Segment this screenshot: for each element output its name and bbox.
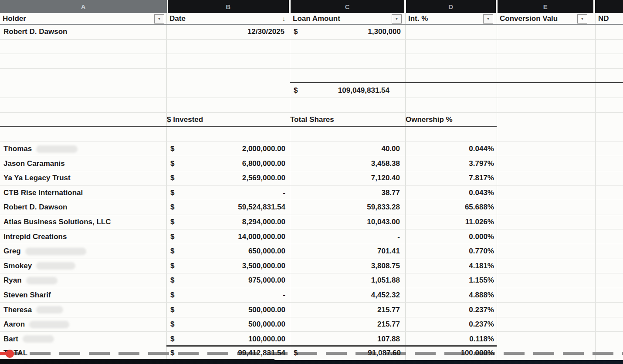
filter-dropdown-icon[interactable]: ▼ <box>392 14 402 24</box>
section-header-invested[interactable]: $ Invested <box>167 113 290 127</box>
section-header-shares[interactable]: Total Shares <box>290 113 405 127</box>
invested-cell[interactable]: $500,000.00 <box>167 317 290 332</box>
cell-top-border <box>290 82 623 83</box>
total-invested-cell[interactable]: $ 99,412,831.54 <box>167 347 290 359</box>
invested-cell[interactable]: $14,000,000.00 <box>167 229 290 244</box>
shares-cell[interactable]: 38.77 <box>290 186 405 200</box>
shares-cell[interactable]: 40.00 <box>290 142 405 156</box>
invested-cell[interactable]: $500,000.00 <box>167 303 290 317</box>
sort-descending-filter-icon[interactable]: ↓ <box>282 14 285 23</box>
header-cell-conversion-value[interactable]: Conversion Valu ▼ <box>497 13 595 24</box>
shares-cell[interactable]: 701.41 <box>290 244 405 259</box>
invested-cell[interactable]: $100,000.00 <box>167 332 290 346</box>
invested-cell[interactable]: $59,524,831.54 <box>167 200 290 215</box>
shareholder-name-cell[interactable]: Atlas Business Solutions, LLC <box>0 215 166 229</box>
column-header-a[interactable]: A <box>0 0 167 13</box>
loan-amount-cell[interactable]: $1,300,000 <box>290 25 405 39</box>
shareholder-name-cell[interactable]: Aaron <box>0 317 166 332</box>
loan-date-cell[interactable]: 12/30/2025 <box>167 25 290 39</box>
shareholder-name-cell[interactable]: Ya Ya Legacy Trust <box>0 171 166 185</box>
shares-cell[interactable]: 107.88 <box>290 332 405 346</box>
ownership-cell[interactable]: 0.770% <box>406 244 497 259</box>
shareholder-name-cell[interactable]: Intrepid Creations <box>0 229 166 244</box>
ownership-cell[interactable]: 4.181% <box>406 259 497 273</box>
shareholder-name: Intrepid Creations <box>3 233 67 241</box>
invested-cell[interactable]: $2,569,000.00 <box>167 171 290 185</box>
shares-cell[interactable]: 59,833.28 <box>290 200 405 215</box>
conversion-total-cell[interactable]: $109,049,831.54 <box>290 83 405 98</box>
shareholder-name-cell[interactable]: Ryan <box>0 273 166 288</box>
filter-dropdown-icon[interactable]: ▼ <box>154 14 164 24</box>
invested-cell[interactable]: $650,000.00 <box>167 244 290 259</box>
header-cell-nd[interactable]: ND <box>596 13 623 24</box>
total-shares-cell[interactable]: $ 91,087.60 <box>290 347 405 359</box>
holder-name-cell[interactable]: Robert D. Dawson <box>0 25 166 39</box>
shareholder-name-cell[interactable]: Greg <box>0 244 166 259</box>
ownership-value: 7.817% <box>469 174 494 182</box>
shares-cell[interactable]: 10,043.00 <box>290 215 405 229</box>
shares-cell[interactable]: 3,458.38 <box>290 156 405 171</box>
column-header-d[interactable]: D <box>406 0 496 13</box>
shares-cell[interactable]: - <box>290 229 405 244</box>
invested-cell[interactable]: $- <box>167 186 290 200</box>
loan-date: 12/30/2025 <box>247 27 284 36</box>
ownership-cell[interactable]: 0.043% <box>406 186 497 200</box>
ownership-cell[interactable]: 3.797% <box>406 156 497 171</box>
sheet-grid: Holder ▼ Date ↓ Loan Amount ▼ Int. % ▼ C… <box>0 13 623 360</box>
invested-cell[interactable]: $3,500,000.00 <box>167 259 290 273</box>
invested-cell[interactable]: $6,800,000.00 <box>167 156 290 171</box>
column-header-e[interactable]: E <box>498 0 593 13</box>
total-ownership-cell[interactable]: 100.000% <box>406 347 497 359</box>
invested-cell[interactable]: $975,000.00 <box>167 273 290 288</box>
shares-value: - <box>397 233 400 241</box>
ownership-cell[interactable]: 1.155% <box>406 273 497 288</box>
invested-cell[interactable]: $2,000,000.00 <box>167 142 290 156</box>
currency-symbol: $ <box>170 233 174 241</box>
currency-symbol: $ <box>170 306 174 314</box>
invested-value: 975,000.00 <box>248 276 285 285</box>
ownership-cell[interactable]: 11.026% <box>406 215 497 229</box>
ownership-cell[interactable]: 0.044% <box>406 142 497 156</box>
column-header-partial[interactable] <box>595 0 623 13</box>
ownership-cell[interactable]: 0.237% <box>406 303 497 317</box>
header-cell-holder[interactable]: Holder ▼ <box>0 13 166 24</box>
shareholder-name-cell[interactable]: Smokey <box>0 259 166 273</box>
shares-cell[interactable]: 1,051.88 <box>290 273 405 288</box>
shareholder-name-cell[interactable]: Bart <box>0 332 166 346</box>
shareholder-name-cell[interactable]: Jason Caramanis <box>0 156 166 171</box>
ownership-cell[interactable]: 65.688% <box>406 200 497 215</box>
filter-dropdown-icon[interactable]: ▼ <box>483 14 493 24</box>
column-header-c[interactable]: C <box>291 0 404 13</box>
shareholder-name-cell[interactable]: CTB Rise International <box>0 186 166 200</box>
ownership-cell[interactable]: 0.000% <box>406 229 497 244</box>
section-header-ownership[interactable]: Ownership % <box>406 113 497 127</box>
total-label-cell[interactable]: TOTAL <box>0 347 166 359</box>
ownership-cell[interactable]: 4.888% <box>406 288 497 303</box>
shareholder-name: Atlas Business Solutions, LLC <box>3 218 111 226</box>
shares-cell[interactable]: 3,808.75 <box>290 259 405 273</box>
shares-cell[interactable]: 215.77 <box>290 303 405 317</box>
shareholder-name: Ya Ya Legacy Trust <box>3 174 71 182</box>
shares-cell[interactable]: 7,120.40 <box>290 171 405 185</box>
shareholder-name-cell[interactable]: Theresa <box>0 303 166 317</box>
shares-value: 4,452.32 <box>371 291 400 300</box>
shareholder-name-cell[interactable]: Robert D. Dawson <box>0 200 166 215</box>
spreadsheet: A B C D E Holder ▼ Date ↓ Loan Amount ▼ <box>0 0 623 364</box>
header-cell-loan-amount[interactable]: Loan Amount ▼ <box>290 13 405 24</box>
ownership-cell[interactable]: 7.817% <box>406 171 497 185</box>
ownership-cell[interactable]: 0.118% <box>406 332 497 346</box>
shareholder-name-cell[interactable]: Steven Sharif <box>0 288 166 303</box>
column-header-b[interactable]: B <box>168 0 289 13</box>
currency-symbol: $ <box>170 291 174 300</box>
shares-cell[interactable]: 4,452.32 <box>290 288 405 303</box>
invested-cell[interactable]: $8,294,000.00 <box>167 215 290 229</box>
invested-cell[interactable]: $- <box>167 288 290 303</box>
filter-dropdown-icon[interactable]: ▼ <box>577 14 587 24</box>
shares-cell[interactable]: 215.77 <box>290 317 405 332</box>
header-cell-int-pct[interactable]: Int. % ▼ <box>406 13 497 24</box>
shares-value: 59,833.28 <box>367 203 400 212</box>
ownership-cell[interactable]: 0.237% <box>406 317 497 332</box>
shareholder-name-cell[interactable]: Thomas <box>0 142 166 156</box>
currency-symbol: $ <box>170 247 174 256</box>
header-cell-date[interactable]: Date ↓ <box>167 13 290 24</box>
